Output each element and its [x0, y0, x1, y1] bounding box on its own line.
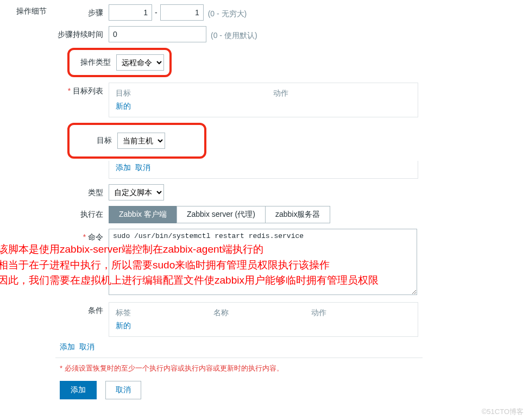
target-add-link[interactable]: 添加: [116, 163, 131, 172]
target-list-col-target: 目标: [116, 89, 273, 98]
execute-on-option-0[interactable]: Zabbix 客户端: [109, 206, 177, 223]
steps-to-input[interactable]: [160, 4, 204, 21]
add-button[interactable]: 添加: [60, 381, 97, 399]
type-label: 类型: [55, 184, 109, 198]
conditions-col-action: 动作: [311, 308, 326, 318]
target-cancel-link[interactable]: 取消: [135, 163, 150, 172]
overlay-line-3: 因此，我们需要在虚拟机上进行编辑配置文件使zabbix用户能够临时拥有管理员权限: [0, 273, 497, 289]
overlay-line-2: 相当于在子进程中执行，所以需要sudo来临时拥有管理员权限执行该操作: [0, 258, 497, 273]
execute-on-group: Zabbix 客户端 Zabbix server (代理) zabbix服务器: [109, 206, 330, 223]
steps-hint: (0 - 无穷大): [204, 6, 247, 19]
target-list-label: 目标列表: [55, 83, 109, 96]
target-select[interactable]: 当前主机: [117, 133, 165, 149]
conditions-col-tag: 标签: [116, 308, 213, 318]
target-list-new-link[interactable]: 新的: [116, 102, 131, 110]
operation-type-label: 操作类型: [75, 58, 116, 67]
steps-from-input[interactable]: [109, 4, 152, 21]
section-label: 操作细节: [16, 4, 55, 399]
cancel-button[interactable]: 取消: [105, 381, 141, 399]
target-list-col-action: 动作: [273, 89, 288, 98]
conditions-label: 条件: [55, 302, 109, 316]
step-duration-input[interactable]: [109, 26, 206, 42]
bottom-cancel-link[interactable]: 取消: [79, 342, 95, 351]
overlay-annotation: 该脚本是使用zabbix-server端控制在zabbix-agent端执行的 …: [0, 242, 497, 289]
operation-type-select[interactable]: 远程命令: [116, 54, 164, 71]
steps-label: 步骤: [55, 4, 109, 18]
target-highlight: 目标 当前主机: [67, 123, 206, 159]
footer-note: * 必须设置恢复时的至少一个执行内容或执行内容或更新时的执行内容。: [60, 363, 529, 373]
dash: -: [152, 4, 160, 21]
step-duration-hint: (0 - 使用默认): [206, 28, 257, 41]
command-label: 命令: [55, 229, 109, 242]
conditions-panel: 标签 名称 动作 新的: [109, 302, 418, 337]
execute-on-label: 执行在: [55, 206, 109, 220]
execute-on-option-2[interactable]: zabbix服务器: [265, 206, 330, 223]
overlay-line-1: 该脚本是使用zabbix-server端控制在zabbix-agent端执行的: [0, 242, 497, 258]
execute-on-option-1[interactable]: Zabbix server (代理): [177, 206, 266, 223]
conditions-col-name: 名称: [213, 308, 311, 318]
bottom-add-link[interactable]: 添加: [60, 342, 75, 351]
conditions-new-link[interactable]: 新的: [116, 321, 131, 330]
step-duration-label: 步骤持续时间: [55, 26, 109, 40]
target-label: 目标: [76, 136, 117, 146]
target-list-panel: 目标 动作 新的: [109, 83, 418, 117]
operation-type-highlight: 操作类型 远程命令: [67, 48, 172, 77]
type-select[interactable]: 自定义脚本: [109, 184, 164, 200]
